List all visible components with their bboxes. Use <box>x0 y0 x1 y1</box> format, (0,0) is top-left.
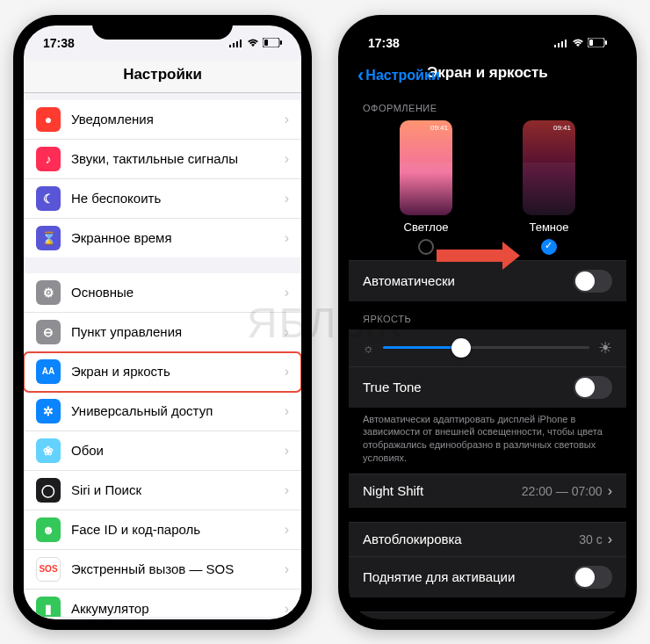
settings-row[interactable]: ✲Универсальный доступ› <box>24 392 301 431</box>
chevron-right-icon: › <box>285 324 289 340</box>
settings-row[interactable]: SOSЭкстренный вызов — SOS› <box>24 550 301 590</box>
row-label: Экранное время <box>71 230 285 245</box>
battery-icon <box>588 38 607 47</box>
appearance-dark-thumb: 09:41 <box>523 120 575 215</box>
autolock-value: 30 с <box>579 532 602 546</box>
row-icon: SOS <box>36 557 61 582</box>
chevron-right-icon: › <box>285 403 289 419</box>
settings-row[interactable]: ⊖Пункт управления› <box>24 313 301 352</box>
brightness-row: ☼ ☀ <box>349 329 626 366</box>
raise-label: Поднятие для активации <box>363 569 515 584</box>
row-label: Не беспокоить <box>71 191 285 206</box>
section-appearance: ОФОРМЛЕНИЕ <box>349 90 626 119</box>
screen-title: Экран и яркость <box>427 64 548 81</box>
nightshift-value: 22:00 — 07:00 <box>522 484 603 498</box>
row-icon: ♪ <box>36 147 61 171</box>
navbar: ‹ Настройки Экран и яркость <box>349 61 626 90</box>
screen-light: 17:38 Настройки ●Уведомления›♪Звуки, так… <box>24 25 301 619</box>
status-time: 17:38 <box>368 36 400 50</box>
appearance-dark-radio[interactable] <box>541 239 557 255</box>
notch <box>417 15 558 40</box>
chevron-right-icon: › <box>285 364 289 380</box>
sun-large-icon: ☀ <box>598 338 612 358</box>
row-icon: AA <box>36 359 61 384</box>
svg-rect-12 <box>605 40 607 45</box>
battery-icon <box>263 38 282 47</box>
row-label: Основные <box>71 285 285 300</box>
row-nightshift[interactable]: Night Shift 22:00 — 07:00› <box>349 474 626 508</box>
svg-rect-3 <box>240 40 242 47</box>
appearance-light-label: Светлое <box>404 221 449 234</box>
chevron-right-icon: › <box>285 230 289 246</box>
row-label: Уведомления <box>71 112 285 127</box>
chevron-right-icon: › <box>285 561 289 577</box>
wifi-icon <box>572 39 584 47</box>
appearance-selector: 09:41 Светлое 09:41 Темное <box>349 119 626 260</box>
row-icon: ✲ <box>36 399 61 423</box>
settings-row[interactable]: ⌛Экранное время› <box>24 219 301 257</box>
screen-dark: 17:38 ‹ Настройки Экран и яркость ОФОРМЛ… <box>349 25 626 619</box>
row-icon: ❀ <box>36 438 61 463</box>
appearance-dark-label: Темное <box>529 221 568 234</box>
settings-row[interactable]: ⚙Основные› <box>24 273 301 313</box>
row-truetone[interactable]: True Tone <box>349 366 626 408</box>
svg-rect-9 <box>561 41 563 47</box>
row-label: Универсальный доступ <box>71 403 285 418</box>
chevron-right-icon: › <box>285 601 289 617</box>
settings-row[interactable]: ☾Не беспокоить› <box>24 179 301 219</box>
chevron-right-icon: › <box>608 483 612 499</box>
chevron-right-icon: › <box>285 151 289 167</box>
row-icon: ◯ <box>36 478 61 503</box>
truetone-toggle[interactable] <box>574 376 612 399</box>
row-icon: ⚙ <box>36 280 61 305</box>
row-label: Siri и Поиск <box>71 482 285 497</box>
svg-rect-0 <box>229 45 231 47</box>
row-autolock[interactable]: Автоблокировка 30 с› <box>349 522 626 556</box>
automatic-label: Автоматически <box>363 273 455 288</box>
settings-row[interactable]: ◯Siri и Поиск› <box>24 471 301 510</box>
appearance-light-radio[interactable] <box>418 239 434 255</box>
status-time: 17:38 <box>43 36 75 50</box>
back-label: Настройки <box>365 68 439 83</box>
chevron-right-icon: › <box>285 112 289 127</box>
truetone-label: True Tone <box>363 380 422 394</box>
row-automatic[interactable]: Автоматически <box>349 260 626 301</box>
wifi-icon <box>247 39 259 47</box>
row-label: Экстренный вызов — SOS <box>71 561 285 576</box>
chevron-right-icon: › <box>285 482 289 498</box>
signal-icon <box>229 39 243 47</box>
signal-icon <box>554 39 568 47</box>
settings-row[interactable]: ❀Обои› <box>24 431 301 471</box>
svg-rect-2 <box>236 41 238 47</box>
back-button[interactable]: ‹ Настройки <box>358 64 440 87</box>
svg-rect-8 <box>558 43 560 47</box>
row-raise-to-wake[interactable]: Поднятие для активации <box>349 556 626 597</box>
truetone-footnote: Автоматически адаптировать дисплей iPhon… <box>349 408 626 474</box>
row-label: Обои <box>71 443 285 458</box>
settings-row[interactable]: ●Уведомления› <box>24 100 301 140</box>
raise-toggle[interactable] <box>574 566 612 589</box>
page-title: Настройки <box>24 61 301 93</box>
settings-row[interactable]: ♪Звуки, тактильные сигналы› <box>24 140 301 179</box>
automatic-toggle[interactable] <box>574 270 612 293</box>
row-icon: ⊖ <box>36 320 61 344</box>
row-icon: ▮ <box>36 597 61 617</box>
settings-row[interactable]: ▮Аккумулятор› <box>24 590 301 617</box>
appearance-dark-option[interactable]: 09:41 Темное <box>523 120 575 255</box>
row-textsize[interactable]: Размер текста › <box>349 611 626 619</box>
row-label: Пункт управления <box>71 324 285 339</box>
row-icon: ☾ <box>36 186 61 211</box>
phone-left: 17:38 Настройки ●Уведомления›♪Звуки, так… <box>13 15 312 630</box>
svg-rect-1 <box>233 43 235 47</box>
settings-list[interactable]: ●Уведомления›♪Звуки, тактильные сигналы›… <box>24 93 301 617</box>
chevron-right-icon: › <box>608 532 612 547</box>
appearance-light-thumb: 09:41 <box>400 120 452 215</box>
chevron-right-icon: › <box>285 443 289 459</box>
phone-right: 17:38 ‹ Настройки Экран и яркость ОФОРМЛ… <box>338 15 637 630</box>
settings-row[interactable]: ☻Face ID и код-пароль› <box>24 510 301 550</box>
brightness-slider[interactable] <box>383 346 589 349</box>
chevron-left-icon: ‹ <box>358 64 364 87</box>
notch <box>92 15 233 40</box>
settings-row[interactable]: AAЭкран и яркость› <box>24 352 301 392</box>
appearance-light-option[interactable]: 09:41 Светлое <box>400 120 452 255</box>
